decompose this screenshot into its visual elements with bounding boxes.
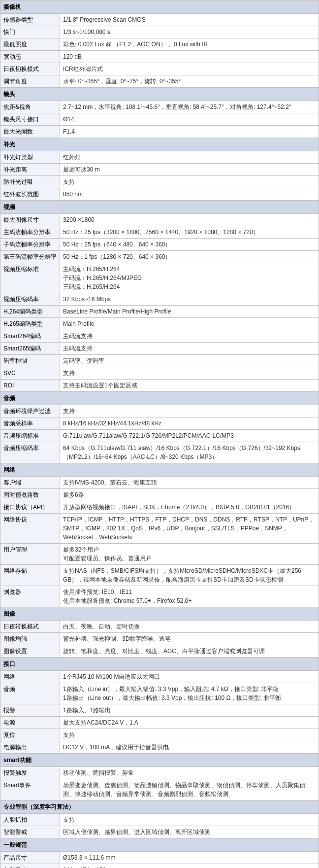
section-header: 视频: [0, 201, 319, 214]
row-label: 日夜切换模式: [0, 63, 60, 75]
row-label: 调节角度: [0, 75, 60, 88]
row-label: Smart264编码: [0, 330, 60, 343]
row-value: 支持iVMS-4200、萤石云、海康互联: [60, 477, 319, 489]
row-label: 音频: [0, 683, 60, 704]
table-row: 报警触发移动侦测、遮挡报警、异常: [0, 767, 319, 779]
row-value: 支持: [60, 176, 319, 188]
table-row: 第三码流帧率分辨率50 Hz：1 fps（1280 × 720、640 × 36…: [0, 251, 319, 263]
row-value: Ø14: [60, 113, 319, 126]
section-header: 接口: [0, 658, 319, 671]
table-row: 包装尺寸244 × 174 × 173 mm: [0, 864, 319, 868]
row-label: 电源: [0, 717, 60, 729]
row-value: 主码流支持: [60, 330, 319, 343]
table-row: 复位支持: [0, 729, 319, 741]
row-label: ROI: [0, 380, 60, 392]
table-row: 日夜转换模式白天、夜晚、自动、定时切换: [0, 621, 319, 633]
table-row: 传感器类型1/1.8" Progressive Scan CMOS: [0, 14, 319, 26]
row-value: DC12 V，100 mA，建议用于拾音器供电: [60, 741, 319, 754]
row-value: 最远可达30 m: [60, 164, 319, 176]
table-row: 镜头尺寸接口Ø14: [0, 113, 319, 126]
row-label: 复位: [0, 729, 60, 741]
row-value: 水平: 0°~355°，垂直: 0°~75°，旋转: 0°~355°: [60, 75, 319, 88]
row-value: 850 nm: [60, 188, 319, 201]
row-value: 1/3 s~1/100,000 s: [60, 26, 319, 38]
row-label: 接口协议（API）: [0, 501, 60, 514]
row-value: 1/1.8" Progressive Scan CMOS: [60, 14, 319, 26]
row-label: 子码流帧率分辨率: [0, 239, 60, 251]
row-label: 电源输出: [0, 741, 60, 754]
row-label: 防补光过曝: [0, 176, 60, 188]
row-value: 主码流：H.265/H.264子码流：H.265/H.264/MJPEG三码流：…: [60, 263, 319, 293]
row-label: 同时预览路数: [0, 489, 60, 501]
row-value: 红外灯: [60, 151, 319, 164]
row-label: 镜头尺寸接口: [0, 113, 60, 126]
row-value: 50 Hz：25 fps（3200 × 1800、2560 × 1440、192…: [60, 226, 319, 239]
section-header: 一般规范: [0, 838, 319, 852]
table-row: H.264编码类型BaseLine Profile/Main Profile/H…: [0, 306, 319, 318]
row-label: 包装尺寸: [0, 864, 60, 868]
row-label: 图像增强: [0, 633, 60, 645]
section-title: smart功能: [0, 754, 319, 767]
table-row: 电源输出DC12 V，100 mA，建议用于拾音器供电: [0, 741, 319, 754]
table-row: 补光灯类型红外灯: [0, 151, 319, 164]
row-label: 浏览器: [0, 586, 60, 607]
row-value: 最多6路: [60, 489, 319, 501]
row-value: 主码流支持: [60, 343, 319, 355]
section-header: 镜头: [0, 88, 319, 101]
row-label: 图像设置: [0, 645, 60, 658]
row-value: Ø153.3 × 111.6 mm: [60, 852, 319, 864]
table-row: 调节角度水平: 0°~355°，垂直: 0°~75°，旋转: 0°~355°: [0, 75, 319, 88]
table-row: 音频压缩码率64 Kbps（G.711ulaw/G.711 alaw）/16 K…: [0, 442, 319, 463]
table-row: 接口协议（API）开放型网络视频接口，ISAPI，SDK，Ehome（2.0/4…: [0, 501, 319, 514]
row-label: 码率控制: [0, 355, 60, 367]
row-label: 智能警戒: [0, 826, 60, 838]
row-value: 移动侦测、遮挡报警、异常: [60, 767, 319, 779]
table-row: 快门1/3 s~1/100,000 s: [0, 26, 319, 38]
table-row: 日夜切换模式ICR红外滤片式: [0, 63, 319, 75]
section-header: smart功能: [0, 754, 319, 767]
row-label: 红外波长范围: [0, 188, 60, 201]
row-label: 最大光圈数: [0, 126, 60, 138]
section-header: 补光: [0, 138, 319, 151]
row-value: F1.4: [60, 126, 319, 138]
row-label: H.265编码类型: [0, 318, 60, 330]
table-row: 音频环境噪声过滤支持: [0, 405, 319, 417]
table-row: 音频采样率8 kHz/16 kHz/32 kHz/44.1kHz/48 kHz: [0, 417, 319, 430]
table-row: 防补光过曝支持: [0, 176, 319, 188]
row-value: 支持: [60, 814, 319, 826]
row-value: BaseLine Profile/Main Profile/High Profi…: [60, 306, 319, 318]
table-row: 子码流帧率分辨率50 Hz：25 fps（640 × 480、640 × 360…: [0, 239, 319, 251]
section-header: 网络: [0, 463, 319, 477]
row-value: ICR红外滤片式: [60, 63, 319, 75]
row-label: Smart265编码: [0, 343, 60, 355]
row-value: 使用插件预览: IE10、IE11使用本地服务预览: Chrome 57.0+，…: [60, 586, 319, 607]
row-label: 视频压缩码率: [0, 293, 60, 306]
table-row: 图像增强背光补偿、强光抑制、3D数字降噪、透雾: [0, 633, 319, 645]
section-title: 补光: [0, 138, 319, 151]
row-value: Main Profile: [60, 318, 319, 330]
table-row: 网络存储支持NAS（NFS，SMB/CIFS均支持），支持MicroSD/Mic…: [0, 565, 319, 586]
row-label: 第三码流帧率分辨率: [0, 251, 60, 263]
table-row: 音频压缩标准G.711ulaw/G.711alaw/G.722.1/G.726/…: [0, 430, 319, 442]
row-value: 支持: [60, 729, 319, 741]
row-value: 最大支持AC24/DC24 V，1 A: [60, 717, 319, 729]
table-row: H.265编码类型Main Profile: [0, 318, 319, 330]
row-value: 32 Kbps~16 Mbps: [60, 293, 319, 306]
section-title: 摄像机: [0, 0, 319, 14]
table-row: 最大图像尺寸3200 ×1800: [0, 214, 319, 226]
row-label: 视频压缩标准: [0, 263, 60, 293]
row-label: 网络协议: [0, 514, 60, 544]
row-value: 1路输入、1路输出: [60, 704, 319, 717]
row-value: 背光补偿、强光抑制、3D数字降噪、透雾: [60, 633, 319, 645]
table-row: 同时预览路数最多6路: [0, 489, 319, 501]
row-value: 50 Hz：1 fps（1280 × 720、640 × 360）: [60, 251, 319, 263]
row-label: 音频采样率: [0, 417, 60, 430]
row-value: 64 Kbps（G.711ulaw/G.711 alaw）/16 Kbps（G.…: [60, 442, 319, 463]
table-row: 图像设置旋转、饱和度、亮度、对比度、锐度、AGC、白平衡通过客户端或浏览器可调: [0, 645, 319, 658]
table-row: 报警1路输入、1路输出: [0, 704, 319, 717]
row-value: G.711ulaw/G.711alaw/G.722.1/G.726/MP2L2/…: [60, 430, 319, 442]
row-label: 人脸抓拍: [0, 814, 60, 826]
row-value: 旋转、饱和度、亮度、对比度、锐度、AGC、白平衡通过客户端或浏览器可调: [60, 645, 319, 658]
table-row: 码率控制定码率、变码率: [0, 355, 319, 367]
row-label: 最低照度: [0, 38, 60, 51]
